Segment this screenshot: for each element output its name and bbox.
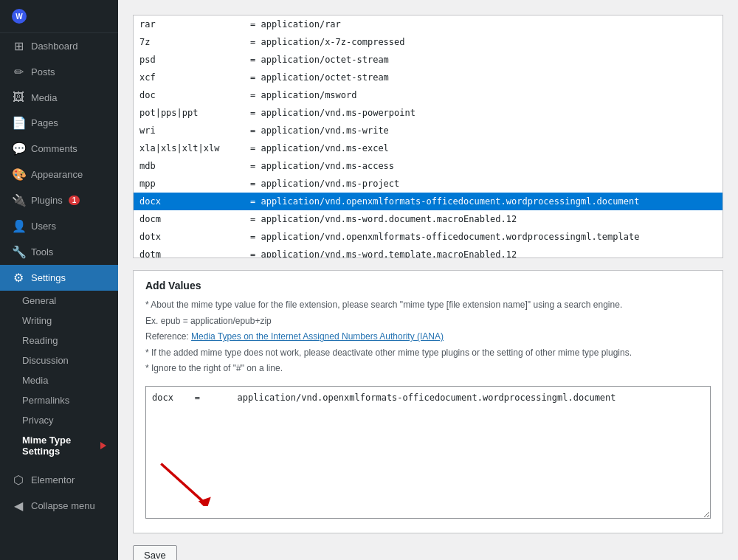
sidebar-item-label: Dashboard (31, 41, 78, 52)
textarea-wrapper (145, 386, 711, 521)
mime-ext: rar (139, 18, 250, 31)
mime-value: = application/vnd.openxmlformats-officed… (250, 195, 639, 208)
add-values-info-line4: * If the added mime type does not work, … (145, 348, 632, 358)
table-row[interactable]: dotm= application/vnd.ms-word.template.m… (134, 246, 723, 258)
add-values-info-line2: Ex. epub = application/epub+zip (145, 316, 272, 326)
mime-ext: doc (139, 89, 250, 102)
sidebar-item-elementor[interactable]: ⬡ Elementor (0, 467, 118, 493)
sidebar-item-label: Users (31, 221, 56, 232)
mime-value: = application/msword (250, 89, 357, 102)
dashboard-icon: ⊞ (12, 39, 25, 53)
add-values-info-line5: * Ignore to the right of "#" on a line. (145, 363, 283, 373)
mime-value: = application/octet-stream (250, 53, 389, 66)
sidebar: W ⊞ Dashboard ✏ Posts 🖼 Media 📄 Pages 💬 … (0, 0, 118, 560)
mime-value: = application/vnd.ms-powerpoint (250, 106, 415, 120)
sidebar-item-label: Elementor (31, 474, 75, 485)
table-row[interactable]: rar= application/rar (134, 15, 723, 33)
sidebar-item-label: Posts (31, 66, 55, 77)
pages-icon: 📄 (12, 116, 25, 130)
sidebar-sub-privacy[interactable]: Privacy (0, 410, 118, 430)
comments-icon: 💬 (12, 142, 25, 156)
add-values-textarea[interactable] (145, 386, 711, 519)
table-row[interactable]: mpp= application/vnd.ms-project (134, 175, 723, 193)
table-row[interactable]: dotx= application/vnd.openxmlformats-off… (134, 228, 723, 246)
mime-value: = application/vnd.ms-excel (250, 142, 389, 155)
mime-value: = application/vnd.openxmlformats-officed… (250, 230, 639, 243)
table-row[interactable]: docm= application/vnd.ms-word.document.m… (134, 210, 723, 228)
table-row[interactable]: docx= application/vnd.openxmlformats-off… (134, 193, 723, 210)
table-row[interactable]: xla|xls|xlt|xlw= application/vnd.ms-exce… (134, 139, 723, 157)
sidebar-item-label: Pages (31, 117, 58, 128)
mime-ext: mpp (139, 177, 250, 190)
sidebar-item-collapse[interactable]: ◀ Collapse menu (0, 493, 118, 519)
mime-value: = application/rar (250, 18, 341, 31)
sidebar-item-media[interactable]: 🖼 Media (0, 85, 118, 110)
table-row[interactable]: pot|pps|ppt= application/vnd.ms-powerpoi… (134, 104, 723, 122)
plugins-icon: 🔌 (12, 193, 25, 207)
sidebar-sub-mime-label: Mime Type Settings (22, 435, 96, 457)
sidebar-sub-permalinks[interactable]: Permalinks (0, 390, 118, 410)
posts-icon: ✏ (12, 65, 25, 79)
sidebar-item-label: Plugins (31, 195, 63, 206)
table-row[interactable]: 7z= application/x-7z-compressed (134, 33, 723, 51)
sidebar-logo: W (0, 0, 118, 33)
sidebar-item-appearance[interactable]: 🎨 Appearance (0, 162, 118, 187)
save-button[interactable]: Save (133, 545, 177, 560)
sidebar-item-posts[interactable]: ✏ Posts (0, 59, 118, 85)
mime-value: = application/vnd.ms-access (250, 159, 394, 173)
add-values-legend: Add Values (145, 271, 711, 297)
sidebar-sub-media[interactable]: Media (0, 370, 118, 390)
sidebar-item-label: Tools (31, 246, 53, 257)
sidebar-item-label: Settings (31, 272, 66, 283)
table-row[interactable]: psd= application/octet-stream (134, 51, 723, 69)
mime-ext: dotm (139, 248, 250, 258)
sidebar-sub-mime-type[interactable]: Mime Type Settings (0, 430, 118, 461)
tools-icon: 🔧 (12, 245, 25, 259)
elementor-icon: ⬡ (12, 473, 25, 487)
users-icon: 👤 (12, 219, 25, 233)
mime-table-container[interactable]: rar= application/rar7z= application/x-7z… (133, 15, 723, 258)
mime-ext: 7z (139, 35, 250, 49)
sidebar-item-users[interactable]: 👤 Users (0, 213, 118, 239)
sidebar-item-pages[interactable]: 📄 Pages (0, 110, 118, 136)
mime-value: = application/vnd.ms-write (250, 124, 389, 137)
mime-ext: psd (139, 53, 250, 66)
plugins-badge: 1 (69, 196, 80, 205)
table-row[interactable]: doc= application/msword (134, 86, 723, 104)
add-values-section: Add Values * About the mime type value f… (133, 270, 723, 533)
mime-value: = application/octet-stream (250, 71, 389, 84)
mime-table: rar= application/rar7z= application/x-7z… (134, 15, 723, 258)
sidebar-sub-discussion[interactable]: Discussion (0, 350, 118, 370)
sidebar-item-tools[interactable]: 🔧 Tools (0, 239, 118, 265)
collapse-icon: ◀ (12, 499, 25, 513)
mime-value: = application/vnd.ms-word.document.macro… (250, 212, 517, 226)
mime-ext: dotx (139, 230, 250, 243)
mime-ext: docx (139, 195, 250, 208)
sidebar-sub-writing[interactable]: Writing (0, 311, 118, 331)
mime-ext: pot|pps|ppt (139, 106, 250, 120)
iana-link[interactable]: Media Types on the Internet Assigned Num… (191, 331, 444, 342)
table-row[interactable]: wri= application/vnd.ms-write (134, 122, 723, 139)
sidebar-item-dashboard[interactable]: ⊞ Dashboard (0, 33, 118, 59)
arrow-icon (100, 442, 106, 449)
sidebar-item-settings[interactable]: ⚙ Settings (0, 265, 118, 291)
mime-value: = application/vnd.ms-project (250, 177, 399, 190)
mime-ext: docm (139, 212, 250, 226)
mime-ext: wri (139, 124, 250, 137)
table-row[interactable]: mdb= application/vnd.ms-access (134, 157, 723, 175)
add-values-info-line3: Reference: (145, 331, 189, 342)
mime-ext: mdb (139, 159, 250, 173)
mime-ext: xla|xls|xlt|xlw (139, 142, 250, 155)
media-icon: 🖼 (12, 91, 25, 104)
sidebar-sub-reading[interactable]: Reading (0, 331, 118, 350)
add-values-info: * About the mime type value for the file… (145, 297, 711, 377)
sidebar-item-comments[interactable]: 💬 Comments (0, 136, 118, 162)
mime-ext: xcf (139, 71, 250, 84)
sidebar-sub-general[interactable]: General (0, 291, 118, 311)
sidebar-item-label: Appearance (31, 169, 83, 180)
mime-value: = application/x-7z-compressed (250, 35, 405, 49)
settings-icon: ⚙ (12, 271, 25, 285)
sidebar-item-plugins[interactable]: 🔌 Plugins 1 (0, 187, 118, 213)
add-values-info-line1: * About the mime type value for the file… (145, 300, 622, 310)
table-row[interactable]: xcf= application/octet-stream (134, 69, 723, 86)
